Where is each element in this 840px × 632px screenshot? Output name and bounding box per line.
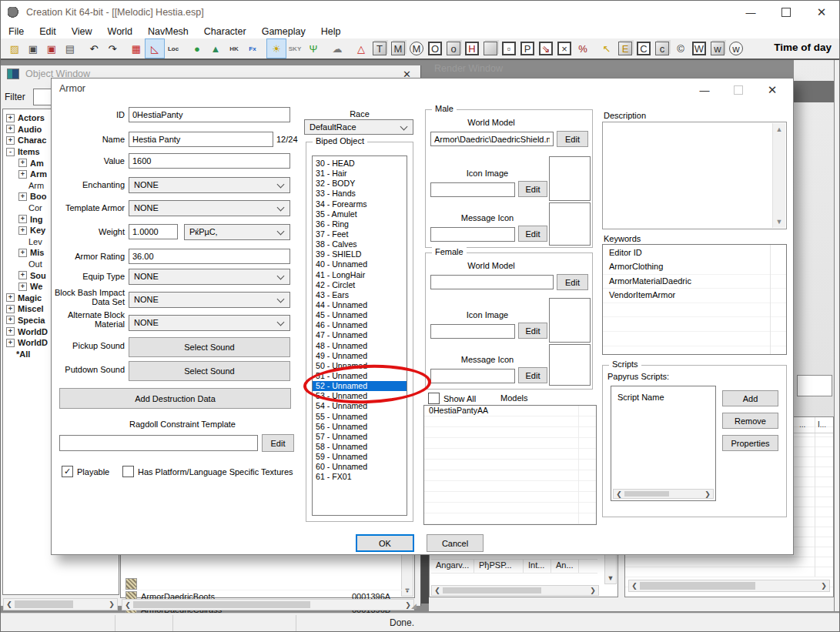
menu-edit[interactable]: Edit: [32, 26, 64, 37]
menu-world[interactable]: World: [100, 26, 140, 37]
script-add-button[interactable]: Add: [722, 390, 778, 406]
biped-slot-item[interactable]: 34 - Forearms: [313, 199, 407, 209]
biped-slot-item[interactable]: 32 - BODY: [313, 179, 407, 189]
expand-icon[interactable]: +: [18, 249, 27, 257]
keyword-row[interactable]: ArmorClothing: [603, 260, 786, 275]
menu-help[interactable]: Help: [313, 26, 349, 37]
c-box-icon[interactable]: C: [637, 42, 651, 55]
biped-slot-item[interactable]: 46 - Unnamed: [313, 320, 407, 330]
expand-icon[interactable]: +: [6, 327, 15, 336]
template-armor-dropdown[interactable]: NONE: [129, 200, 290, 216]
close-button[interactable]: ✕: [804, 1, 839, 24]
o-box-icon[interactable]: O: [428, 42, 442, 55]
biped-slot-item[interactable]: 31 - Hair: [313, 169, 407, 179]
minimize-button[interactable]: —: [733, 1, 768, 24]
biped-slot-item[interactable]: 36 - Ring: [313, 219, 407, 229]
id-input[interactable]: [129, 107, 290, 122]
expand-icon[interactable]: +: [18, 283, 27, 291]
square-icon[interactable]: ▫: [502, 42, 516, 55]
tree-hscrollbar[interactable]: ❮❯: [3, 598, 118, 610]
ragdoll-input[interactable]: [59, 435, 258, 451]
expand-icon[interactable]: +: [18, 226, 27, 235]
biped-slot-item[interactable]: 49 - Unnamed: [313, 351, 407, 361]
model-row[interactable]: [424, 416, 596, 427]
o-cube-icon[interactable]: o: [447, 42, 460, 55]
expand-icon[interactable]: +: [18, 192, 27, 201]
cube-icon[interactable]: [484, 42, 497, 55]
armor-rating-input[interactable]: [129, 249, 290, 264]
putdown-sound-button[interactable]: Select Sound: [129, 361, 290, 381]
preview-column-header[interactable]: ...: [799, 420, 805, 429]
dialog-close-button[interactable]: ✕: [755, 82, 789, 99]
value-input[interactable]: [129, 153, 290, 169]
background-field[interactable]: [797, 375, 832, 396]
male-message-icon-edit-button[interactable]: Edit: [518, 226, 547, 242]
biped-slot-item[interactable]: 30 - HEAD: [313, 159, 407, 169]
undo-icon[interactable]: ↶: [85, 39, 103, 58]
biped-slot-item[interactable]: 59 - Unnamed: [313, 452, 407, 462]
model-row[interactable]: [424, 513, 596, 524]
dialog-minimize-button[interactable]: —: [688, 82, 721, 99]
add-destruction-data-button[interactable]: Add Destruction Data: [59, 388, 291, 409]
redo-icon[interactable]: ↷: [103, 39, 122, 58]
biped-slot-item[interactable]: 40 - Unnamed: [313, 259, 407, 269]
female-world-model-edit-button[interactable]: Edit: [557, 274, 588, 290]
linked-ref-icon[interactable]: %: [574, 39, 592, 58]
sky-icon[interactable]: SKY: [286, 39, 304, 58]
menu-file[interactable]: File: [1, 26, 32, 37]
biped-object-list[interactable]: 30 - HEAD31 - Hair32 - BODY33 - Hands34 …: [312, 155, 407, 516]
t-cube-icon[interactable]: T: [373, 42, 387, 55]
biped-slot-item[interactable]: 37 - Feet: [313, 229, 407, 239]
preview-hscrollbar[interactable]: ❮❯: [628, 580, 830, 592]
enchanting-dropdown[interactable]: NONE: [129, 177, 290, 193]
name-input[interactable]: [129, 132, 273, 147]
biped-slot-item[interactable]: 39 - SHIELD: [313, 249, 407, 259]
landscape-edit-icon[interactable]: ▲: [206, 39, 225, 58]
expand-icon[interactable]: +: [18, 170, 27, 179]
ragdoll-edit-button[interactable]: Edit: [262, 434, 294, 452]
biped-slot-item[interactable]: 55 - Unnamed: [313, 412, 407, 422]
maximize-button[interactable]: [768, 1, 804, 24]
model-row[interactable]: 0HestiaPantyAA: [424, 406, 596, 416]
preview-column-header[interactable]: I...: [818, 420, 826, 429]
female-message-icon-input[interactable]: [430, 369, 515, 383]
female-world-model-input[interactable]: [430, 275, 554, 289]
m-circle-icon[interactable]: M: [410, 42, 423, 55]
menu-view[interactable]: View: [64, 26, 100, 37]
expand-icon[interactable]: +: [18, 159, 27, 167]
biped-slot-item[interactable]: 42 - Circlet: [313, 280, 407, 290]
pickup-sound-button[interactable]: Select Sound: [129, 337, 290, 357]
description-scrollbar[interactable]: ▲▼: [772, 123, 785, 228]
background-list-hscrollbar[interactable]: ❮❯: [431, 585, 599, 596]
male-message-icon-input[interactable]: [430, 227, 515, 242]
playable-checkbox[interactable]: ✓Playable: [62, 466, 109, 477]
expand-icon[interactable]: +: [6, 136, 15, 145]
biped-slot-item[interactable]: 58 - Unnamed: [313, 442, 407, 452]
menu-character[interactable]: Character: [196, 26, 254, 37]
copyright-icon[interactable]: ©: [671, 39, 690, 58]
models-list[interactable]: 0HestiaPantyAA: [423, 405, 597, 525]
cancel-button[interactable]: Cancel: [427, 534, 484, 552]
biped-slot-item[interactable]: 57 - Unnamed: [313, 432, 407, 442]
save-plugin-icon[interactable]: ▣: [42, 39, 61, 58]
keywords-list[interactable]: Editor ID ArmorClothingArmorMaterialDaed…: [602, 244, 787, 355]
model-row[interactable]: [424, 503, 596, 513]
ok-button[interactable]: OK: [356, 534, 414, 552]
p-box-icon[interactable]: P: [520, 42, 534, 55]
keyword-row[interactable]: [603, 303, 786, 318]
keyword-row[interactable]: VendorItemArmor: [603, 289, 786, 303]
h-box-icon[interactable]: H: [465, 42, 479, 55]
expand-icon[interactable]: +: [6, 114, 15, 122]
female-icon-image-edit-button[interactable]: Edit: [518, 323, 547, 339]
keyword-row[interactable]: [603, 332, 786, 346]
expand-icon[interactable]: +: [6, 316, 15, 324]
world-globe-icon[interactable]: ●: [188, 39, 206, 58]
biped-slot-item[interactable]: 56 - Unnamed: [313, 422, 407, 432]
show-all-checkbox[interactable]: Show All: [428, 393, 476, 404]
biped-slot-item[interactable]: 33 - Hands: [313, 189, 407, 199]
m-cube-icon[interactable]: M: [391, 42, 405, 55]
biped-slot-item[interactable]: 61 - FX01: [313, 472, 407, 482]
block-bash-dropdown[interactable]: NONE: [129, 292, 290, 308]
expand-icon[interactable]: +: [6, 293, 15, 302]
light-picker-icon[interactable]: ↖: [597, 39, 616, 58]
